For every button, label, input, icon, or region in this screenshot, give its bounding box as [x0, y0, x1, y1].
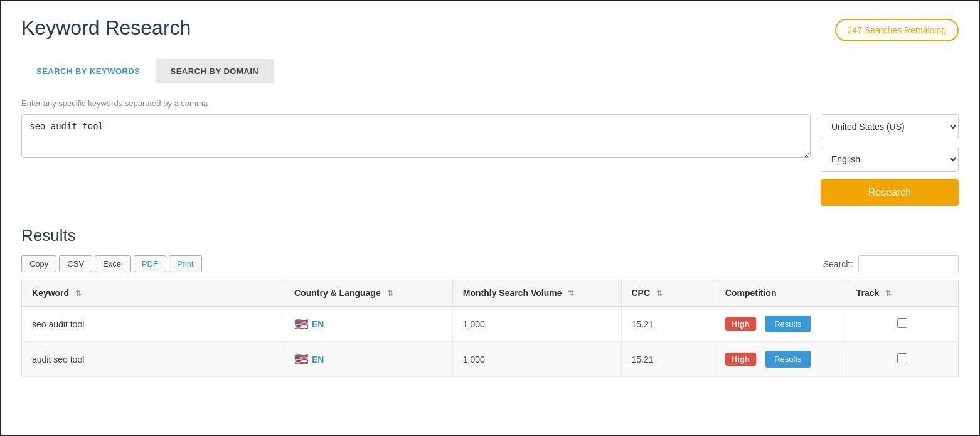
cell-volume-1: 1,000: [452, 342, 621, 377]
cell-keyword-0: seo audit tool: [22, 306, 284, 342]
track-checkbox-1[interactable]: [897, 353, 907, 363]
tabs-container: SEARCH BY KEYWORDS SEARCH BY DOMAIN: [21, 59, 959, 83]
table-row: seo audit tool 🇺🇸 EN 1,000 15.21 High Re…: [22, 306, 959, 342]
search-row: seo audit tool United States (US) United…: [21, 114, 959, 206]
tab-search-by-domain[interactable]: SEARCH BY DOMAIN: [156, 59, 274, 83]
right-controls: United States (US) United Kingdom (UK) C…: [821, 114, 959, 206]
cell-volume-0: 1,000: [452, 306, 621, 342]
sort-icon-volume[interactable]: ⇅: [568, 289, 574, 298]
pdf-button[interactable]: PDF: [134, 255, 166, 272]
copy-button[interactable]: Copy: [21, 255, 56, 272]
search-filter-input[interactable]: [858, 255, 959, 272]
keyword-input[interactable]: seo audit tool: [21, 114, 811, 158]
flag-en-1: 🇺🇸 EN: [294, 353, 324, 366]
sort-icon-keyword[interactable]: ⇅: [75, 289, 82, 298]
results-table: Keyword ⇅ Country & Language ⇅ Monthly S…: [21, 280, 959, 377]
search-filter-label: Search:: [823, 259, 853, 269]
cell-cpc-1: 15.21: [621, 342, 715, 377]
header: Keyword Research 247 Searches Remaining: [21, 16, 959, 41]
export-buttons: Copy CSV Excel PDF Print: [21, 255, 202, 272]
track-checkbox-0[interactable]: [897, 318, 907, 328]
research-button[interactable]: Research: [821, 179, 959, 206]
flag-emoji-1: 🇺🇸: [294, 353, 308, 366]
col-header-keyword: Keyword ⇅: [22, 280, 284, 307]
competition-badge-1: High: [725, 353, 756, 366]
cell-competition-0: High Results: [715, 306, 846, 342]
cell-competition-1: High Results: [715, 342, 846, 377]
col-header-track: Track ⇅: [846, 280, 958, 307]
cell-country-1: 🇺🇸 EN: [284, 342, 453, 377]
tab-search-by-keywords[interactable]: SEARCH BY KEYWORDS: [21, 59, 156, 83]
flag-en-0: 🇺🇸 EN: [294, 317, 324, 331]
cell-track-0: [846, 306, 958, 342]
page-title: Keyword Research: [21, 16, 191, 40]
col-header-competition: Competition: [715, 280, 846, 307]
excel-button[interactable]: Excel: [95, 255, 131, 272]
print-button[interactable]: Print: [169, 255, 202, 272]
sort-icon-track[interactable]: ⇅: [885, 289, 892, 298]
results-title: Results: [21, 226, 959, 245]
searches-remaining-badge: 247 Searches Remaining: [835, 19, 959, 41]
cell-country-0: 🇺🇸 EN: [284, 306, 453, 342]
competition-badge-0: High: [725, 317, 756, 331]
results-button-1[interactable]: Results: [765, 351, 810, 368]
lang-code-0: EN: [312, 319, 324, 329]
cell-cpc-0: 15.21: [621, 306, 715, 342]
table-header-row: Keyword ⇅ Country & Language ⇅ Monthly S…: [22, 280, 959, 307]
lang-code-1: EN: [312, 354, 324, 364]
col-header-volume: Monthly Search Volume ⇅: [452, 280, 621, 307]
language-select[interactable]: English Spanish French German: [821, 147, 959, 172]
col-header-cpc: CPC ⇅: [621, 280, 715, 307]
sort-icon-country[interactable]: ⇅: [387, 289, 393, 298]
sort-icon-cpc[interactable]: ⇅: [656, 289, 663, 298]
cell-keyword-1: audit seo tool: [22, 342, 284, 377]
page-wrapper: Keyword Research 247 Searches Remaining …: [0, 0, 980, 436]
results-button-0[interactable]: Results: [765, 316, 810, 332]
table-toolbar: Copy CSV Excel PDF Print Search:: [21, 255, 959, 272]
flag-emoji-0: 🇺🇸: [294, 317, 308, 331]
instructions-text: Enter any specific keywords separated by…: [21, 98, 959, 108]
csv-button[interactable]: CSV: [59, 255, 92, 272]
cell-track-1: [846, 342, 958, 377]
search-filter: Search:: [823, 255, 959, 272]
country-select[interactable]: United States (US) United Kingdom (UK) C…: [821, 114, 959, 139]
col-header-country: Country & Language ⇅: [284, 280, 453, 307]
results-section: Results Copy CSV Excel PDF Print Search:…: [21, 226, 959, 377]
table-row: audit seo tool 🇺🇸 EN 1,000 15.21 High Re…: [22, 342, 959, 377]
